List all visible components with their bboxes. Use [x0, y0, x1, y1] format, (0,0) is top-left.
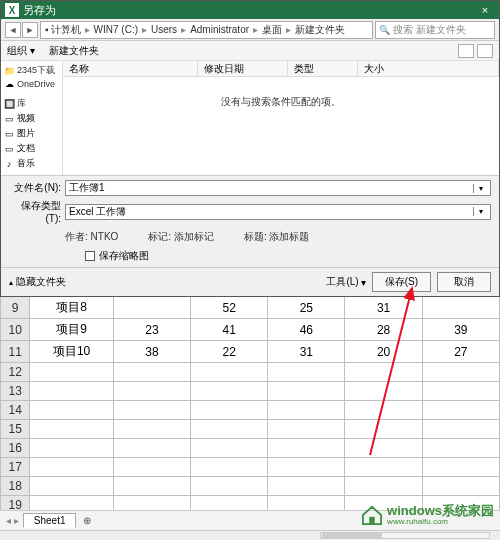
add-sheet-button[interactable]: ⊕	[80, 514, 94, 528]
dialog-titlebar[interactable]: X 另存为 ×	[1, 1, 499, 19]
tab-sheet1[interactable]: Sheet1	[23, 513, 77, 528]
cancel-button[interactable]: 取消	[437, 272, 491, 292]
col-type: 类型	[288, 61, 358, 76]
search-input[interactable]: 🔍 搜索 新建文件夹	[375, 21, 495, 39]
view-icons-button[interactable]	[458, 44, 474, 58]
scroll-thumb[interactable]	[322, 532, 382, 539]
libraries[interactable]: 🔲库	[3, 96, 60, 111]
chevron-up-icon: ▴	[9, 278, 13, 287]
table-row: 11 项目10 38 22 31 20 27	[1, 341, 500, 363]
house-icon	[361, 505, 383, 525]
thumbnail-checkbox[interactable]	[85, 251, 95, 261]
video-icon: ▭	[4, 114, 14, 124]
excel-app-icon: X	[5, 3, 19, 17]
file-list-header[interactable]: 名称 修改日期 类型 大小	[63, 61, 499, 77]
documents[interactable]: ▭文档	[3, 141, 60, 156]
empty-message: 没有与搜索条件匹配的项。	[63, 77, 499, 175]
filename-input[interactable]: 工作簿1 ▾	[65, 180, 491, 196]
save-form: 文件名(N): 工作簿1 ▾ 保存类型(T): Excel 工作簿 ▾ 作者: …	[1, 175, 499, 267]
col-size: 大小	[358, 61, 499, 76]
folder-icon: 📁	[4, 66, 14, 76]
search-icon: 🔍	[379, 25, 390, 35]
breadcrumb[interactable]: ▪ 计算机▸ WIN7 (C:)▸ Users▸ Administrator▸ …	[40, 21, 373, 39]
tools-menu[interactable]: 工具(L) ▾	[326, 275, 365, 289]
file-list-area: 名称 修改日期 类型 大小 没有与搜索条件匹配的项。	[63, 61, 499, 175]
dialog-footer: ▴ 隐藏文件夹 工具(L) ▾ 保存(S) 取消	[1, 267, 499, 296]
row-header: 10	[1, 319, 30, 341]
row-header: 9	[1, 297, 30, 319]
nav-row: ◄ ► ▪ 计算机▸ WIN7 (C:)▸ Users▸ Administrat…	[1, 19, 499, 41]
table-row: 14	[1, 401, 500, 420]
tags-field[interactable]: 标记: 添加标记	[148, 230, 214, 244]
folder-2345[interactable]: 📁2345下载	[3, 63, 60, 78]
watermark-text: windows系统家园	[387, 504, 494, 517]
nav-back-button[interactable]: ◄	[5, 22, 21, 38]
filetype-select[interactable]: Excel 工作簿 ▾	[65, 204, 491, 220]
pictures[interactable]: ▭图片	[3, 126, 60, 141]
title-field[interactable]: 标题: 添加标题	[244, 230, 310, 244]
onedrive[interactable]: ☁OneDrive	[3, 78, 60, 90]
tab-nav-arrows[interactable]: ◂ ▸	[6, 515, 19, 526]
row-header: 11	[1, 341, 30, 363]
table-row: 18	[1, 477, 500, 496]
table-row: 16	[1, 439, 500, 458]
filename-label: 文件名(N):	[9, 181, 61, 195]
table-row: 10 项目9 23 41 46 28 39	[1, 319, 500, 341]
library-icon: 🔲	[4, 99, 14, 109]
svg-rect-1	[369, 517, 374, 524]
chevron-down-icon: ▾	[361, 277, 366, 288]
help-button[interactable]	[477, 44, 493, 58]
author-field[interactable]: 作者: NTKO	[65, 230, 118, 244]
table-row: 17	[1, 458, 500, 477]
doc-icon: ▭	[4, 144, 14, 154]
filetype-label: 保存类型(T):	[9, 199, 61, 224]
nav-fwd-button[interactable]: ►	[22, 22, 38, 38]
nav-sidebar: 📁2345下载 ☁OneDrive 🔲库 ▭视频 ▭图片 ▭文档 ♪音乐 💻计算…	[1, 61, 63, 175]
dialog-title-text: 另存为	[23, 3, 56, 18]
chevron-down-icon: ▾	[473, 207, 487, 216]
col-date: 修改日期	[198, 61, 288, 76]
table-row: 9 项目8 52 25 31	[1, 297, 500, 319]
data-grid[interactable]: 9 项目8 52 25 31 10 项目9 23 41 46 28 39 11 …	[0, 297, 500, 515]
horizontal-scrollbar[interactable]	[0, 530, 500, 540]
table-row: 15	[1, 420, 500, 439]
save-as-dialog: X 另存为 × ◄ ► ▪ 计算机▸ WIN7 (C:)▸ Users▸ Adm…	[0, 0, 500, 297]
thumbnail-label: 保存缩略图	[99, 249, 149, 263]
music[interactable]: ♪音乐	[3, 156, 60, 171]
table-row: 12	[1, 363, 500, 382]
close-icon[interactable]: ×	[475, 4, 495, 16]
save-button[interactable]: 保存(S)	[372, 272, 431, 292]
chevron-down-icon: ▾	[473, 184, 487, 193]
watermark: windows系统家园 www.ruhaifu.com	[361, 504, 494, 526]
dialog-toolbar: 组织 ▾ 新建文件夹	[1, 41, 499, 61]
cloud-icon: ☁	[4, 79, 14, 89]
new-folder-button[interactable]: 新建文件夹	[49, 44, 99, 58]
videos[interactable]: ▭视频	[3, 111, 60, 126]
table-row: 13	[1, 382, 500, 401]
hide-folders-toggle[interactable]: ▴ 隐藏文件夹	[9, 275, 66, 289]
organize-button[interactable]: 组织 ▾	[7, 44, 35, 58]
watermark-url: www.ruhaifu.com	[387, 517, 494, 526]
music-icon: ♪	[4, 159, 14, 169]
col-name: 名称	[63, 61, 198, 76]
picture-icon: ▭	[4, 129, 14, 139]
